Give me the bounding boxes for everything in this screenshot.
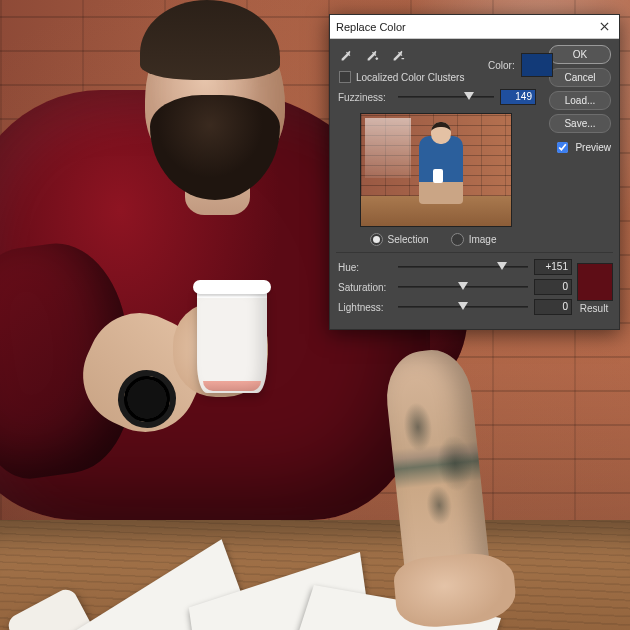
eyedropper-add-icon[interactable] bbox=[364, 48, 380, 64]
lightness-label: Lightness: bbox=[338, 302, 392, 313]
saturation-label: Saturation: bbox=[338, 282, 392, 293]
replace-color-dialog: Replace Color OK Cancel Load... Save... … bbox=[329, 14, 620, 330]
saturation-field[interactable]: 0 bbox=[534, 279, 572, 295]
ok-button[interactable]: OK bbox=[549, 45, 611, 64]
selection-preview bbox=[360, 113, 512, 227]
view-image-label: Image bbox=[469, 234, 497, 245]
load-button[interactable]: Load... bbox=[549, 91, 611, 110]
color-swatch[interactable] bbox=[521, 53, 553, 77]
preview-label: Preview bbox=[575, 142, 611, 153]
hue-field[interactable]: +151 bbox=[534, 259, 572, 275]
cancel-button[interactable]: Cancel bbox=[549, 68, 611, 87]
hue-label: Hue: bbox=[338, 262, 392, 273]
radio-icon bbox=[451, 233, 464, 246]
fuzziness-label: Fuzziness: bbox=[338, 92, 392, 103]
result-swatch[interactable] bbox=[577, 263, 613, 301]
lightness-field[interactable]: 0 bbox=[534, 299, 572, 315]
save-button[interactable]: Save... bbox=[549, 114, 611, 133]
preview-toggle[interactable]: Preview bbox=[549, 139, 611, 156]
dialog-title: Replace Color bbox=[336, 21, 406, 33]
view-image-radio[interactable]: Image bbox=[451, 233, 497, 246]
slider-thumb-icon[interactable] bbox=[464, 92, 474, 100]
view-selection-radio[interactable]: Selection bbox=[370, 233, 429, 246]
tattoo bbox=[393, 391, 487, 539]
slider-thumb-icon[interactable] bbox=[497, 262, 507, 270]
hue-slider[interactable] bbox=[398, 260, 528, 274]
view-selection-label: Selection bbox=[388, 234, 429, 245]
localized-clusters-label: Localized Color Clusters bbox=[356, 72, 464, 83]
slider-thumb-icon[interactable] bbox=[458, 302, 468, 310]
dialog-titlebar[interactable]: Replace Color bbox=[330, 15, 619, 39]
eyedropper-icon[interactable] bbox=[338, 48, 354, 64]
saturation-slider[interactable] bbox=[398, 280, 528, 294]
eyedropper-subtract-icon[interactable] bbox=[390, 48, 406, 64]
lightness-slider[interactable] bbox=[398, 300, 528, 314]
preview-checkbox[interactable] bbox=[557, 142, 568, 153]
radio-icon bbox=[370, 233, 383, 246]
close-icon[interactable] bbox=[595, 18, 613, 36]
divider bbox=[336, 252, 613, 253]
checkbox-icon[interactable] bbox=[339, 71, 351, 83]
screenshot-stage: Replace Color OK Cancel Load... Save... … bbox=[0, 0, 630, 630]
result-label: Result bbox=[580, 303, 608, 314]
slider-thumb-icon[interactable] bbox=[458, 282, 468, 290]
fuzziness-field[interactable]: 149 bbox=[500, 89, 536, 105]
coffee-cup bbox=[197, 288, 267, 393]
color-label: Color: bbox=[488, 60, 515, 71]
fuzziness-slider[interactable] bbox=[398, 90, 494, 104]
